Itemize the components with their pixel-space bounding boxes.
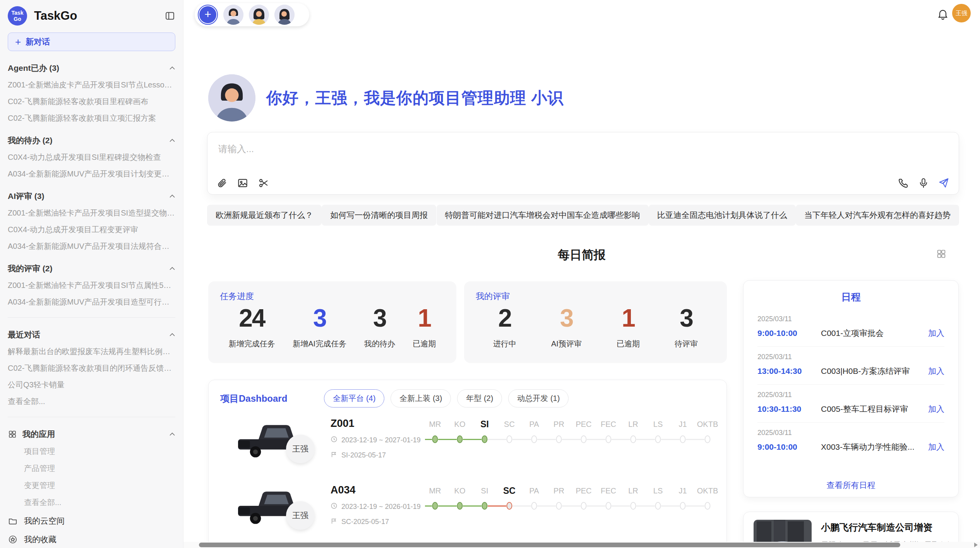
sidebar-item[interactable]: C02-飞腾新能源轻客改款项目立项汇报方案 <box>8 113 175 123</box>
suggestion-chip[interactable]: 比亚迪全固态电池计划具体说了什么 <box>649 205 796 226</box>
user-avatar[interactable]: 王强 <box>952 4 971 22</box>
chevron-up-icon[interactable] <box>169 333 175 337</box>
chevron-up-icon[interactable] <box>169 267 175 271</box>
stat-label: 待评审 <box>675 339 698 349</box>
join-link[interactable]: 加入 <box>928 366 944 377</box>
chat-input[interactable] <box>218 143 761 155</box>
project-code[interactable]: Z001 <box>331 418 421 430</box>
suggestion-chip[interactable]: 当下年轻人对汽车外观有怎样的喜好趋势 <box>796 205 959 226</box>
sidebar-item[interactable]: C02-飞腾新能源轻客改款项目里程碑画布 <box>8 96 175 107</box>
milestone-connector <box>537 505 556 507</box>
suggestion-chip[interactable]: 欧洲新规最近颁布了什么？ <box>207 205 322 226</box>
tab-powertrain[interactable]: 动总开发 (1) <box>508 389 569 408</box>
tab-year-model[interactable]: 年型 (2) <box>457 389 502 408</box>
chevron-up-icon[interactable] <box>169 194 175 198</box>
schedule-item[interactable]: 2025/03/11 9:00-10:00 X003-车辆动力学性能验... 加… <box>757 423 944 460</box>
new-chat-label: 新对话 <box>26 36 50 47</box>
section-recent-chats[interactable]: 最近对话 <box>8 329 175 340</box>
scissors-icon[interactable] <box>258 177 269 189</box>
project-row[interactable]: 王强 Z001 2023-12-19 ~ 2027-01-19 SI-2025-… <box>220 416 715 474</box>
milestone-dot <box>432 502 438 510</box>
milestone-connector <box>587 439 605 440</box>
notification-bell-icon[interactable] <box>937 8 949 20</box>
chevron-up-icon[interactable] <box>169 66 175 70</box>
join-link[interactable]: 加入 <box>928 442 944 452</box>
milestone-connector <box>686 505 704 507</box>
chevron-up-icon[interactable] <box>169 139 175 142</box>
recent-chat-view-all[interactable]: 查看全部... <box>8 396 175 407</box>
sidebar-item[interactable]: A034-全新新能源MUV产品开发项目计划变更表编写 <box>8 169 175 179</box>
milestone-connector <box>425 505 432 507</box>
section-my-apps[interactable]: 我的应用 <box>8 429 175 440</box>
my-review-card: 我的评审 2 进行中 3 AI预评审 1 已逾期 3 待评审 <box>464 281 727 363</box>
sidebar-item[interactable]: Z001-全新燃油轻卡产品开发项目SI节点属性5D文件评审 <box>8 280 175 291</box>
milestone-connector <box>661 505 680 507</box>
milestone-label: OKTB <box>695 483 720 498</box>
sidebar-item[interactable]: C0X4-动力总成开发项目SI里程碑提交物检查 <box>8 152 175 163</box>
send-icon[interactable] <box>938 177 949 189</box>
sidebar-item-cloud-space[interactable]: 我的云空间 <box>8 515 175 526</box>
schedule-item[interactable]: 2025/03/11 13:00-14:30 C003|H0B-方案冻结评审 加… <box>757 347 944 385</box>
sidebar-collapse-icon[interactable] <box>164 10 175 21</box>
milestone-connector <box>636 439 655 440</box>
view-all-schedule-link[interactable]: 查看所有日程 <box>744 480 958 491</box>
tab-new-platform[interactable]: 全新平台 (4) <box>324 389 384 408</box>
app-item-product-mgmt[interactable]: 产品管理 <box>24 463 175 474</box>
sidebar-item[interactable]: Z001-全新燃油皮卡产品开发项目SI节点Lesson Learn报告 <box>8 80 175 90</box>
apps-grid-icon <box>8 430 17 439</box>
section-label: 我的待办 (2) <box>8 135 53 146</box>
recent-chat-item[interactable]: 解释最新出台的欧盟报废车法规再生塑料比例被调至15%... <box>8 346 175 357</box>
milestone-label: LR <box>621 483 646 498</box>
attachment-icon[interactable] <box>216 177 228 189</box>
join-link[interactable]: 加入 <box>928 404 944 414</box>
sidebar-item[interactable]: A034-全新新能源MUV产品开发项目法规符合性评审 <box>8 241 175 252</box>
sidebar-item-favorites[interactable]: 我的收藏 <box>8 534 175 545</box>
suggestion-chip[interactable]: 如何写一份清晰的项目周报 <box>322 205 436 226</box>
app-item-project-mgmt[interactable]: 项目管理 <box>24 446 175 457</box>
sidebar-header: Task Go TaskGo <box>8 5 175 26</box>
milestone-dot <box>556 502 562 510</box>
section-my-review[interactable]: 我的评审 (2) <box>8 263 175 274</box>
layout-grid-icon[interactable] <box>936 248 947 259</box>
tab-new-body[interactable]: 全新上装 (3) <box>391 389 451 408</box>
stat-label: AI预评审 <box>551 339 582 349</box>
schedule-item[interactable]: 2025/03/11 10:30-11:30 C005-整车工程目标评审 加入 <box>757 385 944 423</box>
phone-call-icon[interactable] <box>898 177 909 189</box>
stat-overdue: 1 已逾期 <box>413 304 436 349</box>
new-chat-button[interactable]: + 新对话 <box>8 33 175 51</box>
stat-value: 24 <box>229 304 275 332</box>
agent-avatar-2[interactable] <box>249 5 269 25</box>
schedule-item[interactable]: 2025/03/11 9:00-10:00 C001-立项审批会 加入 <box>757 309 944 347</box>
horizontal-scrollbar-thumb[interactable] <box>199 543 900 547</box>
project-row[interactable]: 王强 A034 2023-12-19 ~ 2026-01-19 SC-2025-… <box>220 483 715 541</box>
section-ai-review[interactable]: AI评审 (3) <box>8 191 175 202</box>
section-my-todo[interactable]: 我的待办 (2) <box>8 135 175 146</box>
image-upload-icon[interactable] <box>237 177 248 189</box>
recent-chat-item[interactable]: 公司Q3轻卡销量 <box>8 380 175 390</box>
milestone-dot <box>432 435 438 443</box>
star-badge-icon <box>8 534 18 545</box>
join-link[interactable]: 加入 <box>928 328 944 339</box>
app-item-change-mgmt[interactable]: 变更管理 <box>24 480 175 491</box>
chevron-up-icon[interactable] <box>169 432 175 436</box>
sidebar-item[interactable]: Z001-全新燃油轻卡产品开发项目SI造型提交物评审 <box>8 208 175 218</box>
milestone-label: LR <box>621 417 646 432</box>
milestone-label: MR <box>423 483 447 498</box>
stat-label: 新增AI完成任务 <box>293 339 346 349</box>
sidebar-item[interactable]: A034-全新新能源MUV产品开发项目造型可行性评审 <box>8 297 175 307</box>
section-agent-done[interactable]: Agent已办 (3) <box>8 63 175 74</box>
app-item-view-all[interactable]: 查看全部... <box>24 497 175 508</box>
flag-icon <box>331 517 338 526</box>
sidebar-item[interactable]: C0X4-动力总成开发项目工程变更评审 <box>8 224 175 235</box>
microphone-icon[interactable] <box>918 177 929 189</box>
milestone-connector <box>488 505 506 507</box>
add-agent-button[interactable]: + <box>198 5 218 25</box>
agent-avatar-1[interactable] <box>223 5 243 25</box>
milestone-dot <box>630 435 636 443</box>
scroll-right-arrow[interactable] <box>974 543 978 547</box>
recent-chat-item[interactable]: C02-飞腾新能源轻客改款项目的闭环通告反馈情况 <box>8 363 175 373</box>
project-code[interactable]: A034 <box>331 484 421 496</box>
suggestion-chip[interactable]: 特朗普可能对进口汽车增税会对中国车企造成哪些影响 <box>437 205 649 226</box>
agent-avatar-3[interactable] <box>274 5 295 25</box>
divider <box>8 317 175 318</box>
